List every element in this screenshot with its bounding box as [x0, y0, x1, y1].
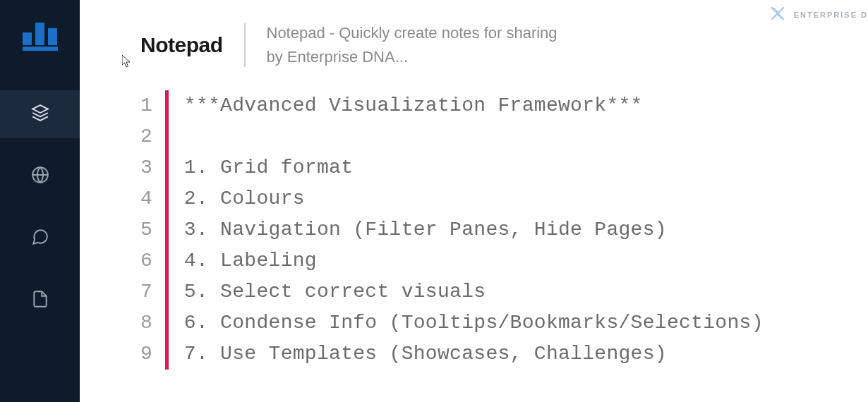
chat-icon — [31, 228, 49, 249]
document-icon — [31, 290, 49, 311]
svg-rect-2 — [48, 28, 57, 45]
svg-rect-3 — [23, 47, 58, 51]
code-line[interactable]: 7. Use Templates (Showcases, Challenges) — [184, 339, 764, 370]
code-line[interactable]: 3. Navigation (Filter Panes, Hide Pages) — [184, 214, 764, 245]
line-number: 2 — [140, 121, 152, 152]
line-number: 3 — [140, 152, 152, 183]
code-line[interactable]: 5. Select correct visuals — [184, 276, 764, 307]
sidebar-item-layers[interactable] — [0, 90, 80, 138]
header-divider — [244, 23, 246, 67]
svg-rect-1 — [35, 23, 44, 45]
svg-rect-0 — [23, 32, 32, 45]
line-number: 4 — [140, 183, 152, 214]
sidebar-item-globe[interactable] — [0, 152, 80, 200]
editor-gutter-line — [165, 90, 169, 370]
code-editor[interactable]: 123456789 ***Advanced Visualization Fram… — [80, 90, 868, 370]
code-content[interactable]: ***Advanced Visualization Framework***1.… — [184, 90, 764, 370]
svg-marker-4 — [32, 105, 48, 113]
code-line[interactable]: 4. Labeling — [184, 245, 764, 276]
line-number: 7 — [140, 276, 152, 307]
app-subtitle: Notepad - Quickly create notes for shari… — [267, 21, 557, 69]
app-logo — [23, 17, 58, 51]
subtitle-line-2: by Enterprise DNA... — [267, 45, 557, 69]
main-content: ENTERPRISE D Notepad Notepad - Quickly c… — [80, 0, 868, 402]
watermark-text: ENTERPRISE D — [794, 11, 868, 19]
line-number: 9 — [140, 339, 152, 370]
line-number: 6 — [140, 245, 152, 276]
line-number-gutter: 123456789 — [140, 90, 165, 370]
code-line[interactable]: 2. Colours — [184, 183, 764, 214]
left-sidebar — [0, 0, 80, 402]
layers-icon — [31, 104, 49, 125]
line-number: 8 — [140, 307, 152, 339]
subtitle-line-1: Notepad - Quickly create notes for shari… — [267, 21, 557, 45]
dna-icon — [768, 4, 787, 25]
brand-watermark: ENTERPRISE D — [768, 4, 868, 25]
code-line[interactable]: ***Advanced Visualization Framework*** — [184, 90, 764, 121]
line-number: 5 — [140, 214, 152, 245]
code-line[interactable]: 6. Condense Info (Tooltips/Bookmarks/Sel… — [184, 307, 764, 339]
code-line[interactable] — [184, 121, 764, 152]
code-line[interactable]: 1. Grid format — [184, 152, 764, 183]
header: Notepad Notepad - Quickly create notes f… — [80, 0, 868, 90]
sidebar-item-chat[interactable] — [0, 214, 80, 262]
globe-icon — [31, 166, 49, 187]
app-title: Notepad — [140, 33, 223, 57]
sidebar-item-document[interactable] — [0, 276, 80, 324]
line-number: 1 — [140, 90, 152, 121]
